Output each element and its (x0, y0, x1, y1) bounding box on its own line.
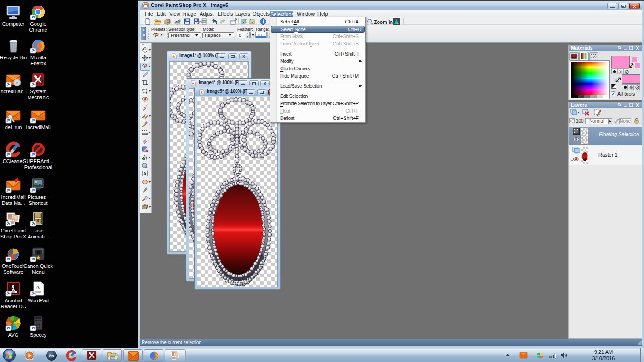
svg-text:A: A (35, 284, 40, 291)
svg-text:3: 3 (36, 218, 39, 223)
svg-text:hp: hp (49, 354, 54, 358)
svg-text:A: A (143, 171, 147, 176)
